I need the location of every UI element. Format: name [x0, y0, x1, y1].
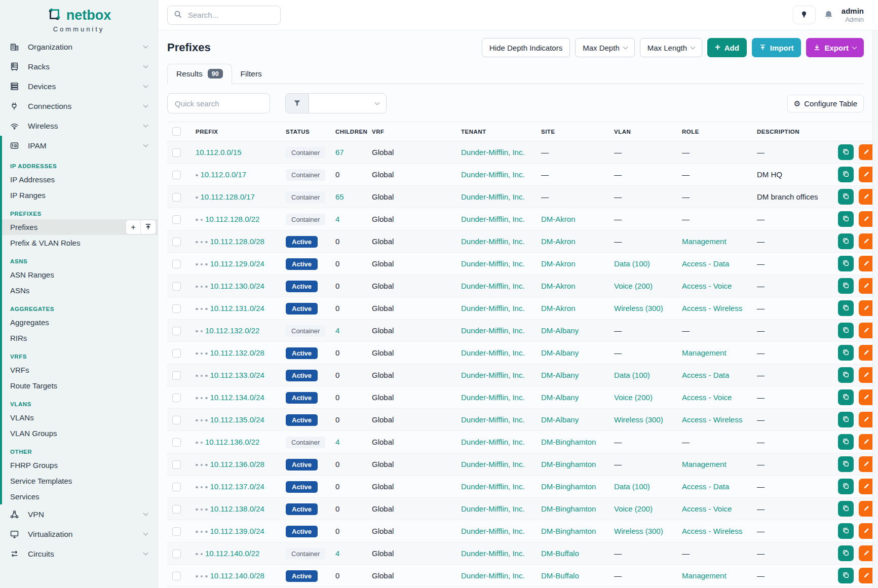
row-checkbox[interactable]: [172, 550, 181, 558]
role-link[interactable]: Access - Data: [682, 482, 729, 491]
sidebar-item-vpn[interactable]: VPN: [0, 504, 158, 524]
import-button[interactable]: Import: [752, 38, 801, 57]
tenant-link[interactable]: Dunder-Mifflin, Inc.: [461, 415, 525, 424]
site-link[interactable]: DM-Buffalo: [541, 571, 579, 580]
prefix-link[interactable]: 10.112.138.0/24: [210, 504, 264, 513]
site-link[interactable]: DM-Binghamton: [541, 438, 596, 446]
row-checkbox[interactable]: [172, 572, 181, 580]
children-count-link[interactable]: 4: [335, 326, 339, 335]
clone-button[interactable]: [838, 144, 854, 160]
select-all-checkbox[interactable]: [172, 127, 181, 136]
sidebar-item-vlan-groups[interactable]: VLAN Groups: [2, 425, 158, 441]
tenant-link[interactable]: Dunder-Mifflin, Inc.: [461, 192, 525, 201]
column-header-role[interactable]: ROLE: [677, 122, 752, 141]
column-header-vrf[interactable]: VRF: [367, 122, 456, 141]
sidebar-item-organization[interactable]: Organization: [0, 37, 158, 57]
import-prefix-mini-button[interactable]: [141, 220, 156, 234]
clone-button[interactable]: [838, 256, 854, 271]
clone-button[interactable]: [838, 501, 854, 517]
tenant-link[interactable]: Dunder-Mifflin, Inc.: [461, 549, 525, 558]
tenant-link[interactable]: Dunder-Mifflin, Inc.: [461, 371, 525, 379]
tenant-link[interactable]: Dunder-Mifflin, Inc.: [461, 438, 525, 446]
sidebar-item-asns[interactable]: ASNs: [2, 283, 158, 298]
role-link[interactable]: Management: [682, 348, 727, 357]
clone-button[interactable]: [838, 167, 854, 182]
site-link[interactable]: DM-Buffalo: [541, 549, 579, 558]
sidebar-item-prefix-vlan-roles[interactable]: Prefix & VLAN Roles: [2, 235, 158, 251]
clone-button[interactable]: [838, 211, 854, 227]
row-checkbox[interactable]: [172, 505, 181, 514]
site-link[interactable]: DM-Albany: [541, 371, 579, 379]
site-link[interactable]: DM-Albany: [541, 348, 579, 357]
row-checkbox[interactable]: [172, 349, 181, 358]
tab-filters[interactable]: Filters: [232, 64, 271, 84]
row-checkbox[interactable]: [172, 215, 181, 224]
site-link[interactable]: DM-Binghamton: [541, 527, 596, 535]
row-checkbox[interactable]: [172, 460, 181, 469]
clone-button[interactable]: [838, 456, 854, 472]
quick-search-input[interactable]: [167, 93, 270, 113]
prefix-link[interactable]: 10.112.130.0/24: [210, 282, 264, 290]
hide-depth-indicators-button[interactable]: Hide Depth Indicators: [482, 38, 570, 57]
tenant-link[interactable]: Dunder-Mifflin, Inc.: [461, 504, 525, 513]
sidebar-item-ip-addresses[interactable]: IP Addresses: [2, 172, 158, 187]
tenant-link[interactable]: Dunder-Mifflin, Inc.: [461, 482, 525, 491]
sidebar-item-vrfs[interactable]: VRFs: [2, 362, 158, 378]
sidebar-item-racks[interactable]: Racks: [0, 57, 158, 76]
sidebar-item-aggregates[interactable]: Aggregates: [2, 315, 158, 330]
role-link[interactable]: Access - Wireless: [682, 527, 742, 535]
site-link[interactable]: DM-Akron: [541, 215, 576, 223]
column-header-status[interactable]: STATUS: [281, 122, 330, 141]
sidebar-item-ipam[interactable]: IPAM: [2, 136, 158, 155]
site-link[interactable]: DM-Akron: [541, 304, 576, 312]
prefix-link[interactable]: 10.112.132.0/22: [205, 326, 259, 335]
vlan-link[interactable]: Wireless (300): [614, 415, 663, 424]
clone-button[interactable]: [838, 545, 854, 561]
prefix-link[interactable]: 10.112.128.0/28: [210, 237, 264, 246]
tenant-link[interactable]: Dunder-Mifflin, Inc.: [461, 527, 525, 535]
prefix-link[interactable]: 10.112.136.0/22: [205, 438, 259, 446]
configure-table-button[interactable]: ⚙ Configure Table: [787, 95, 864, 112]
prefix-link[interactable]: 10.112.129.0/24: [210, 259, 264, 268]
global-search[interactable]: [167, 6, 281, 25]
vlan-link[interactable]: Data (100): [614, 259, 650, 268]
children-count-link[interactable]: 4: [335, 215, 339, 223]
tenant-link[interactable]: Dunder-Mifflin, Inc.: [461, 326, 525, 335]
clone-button[interactable]: [838, 278, 854, 294]
row-checkbox[interactable]: [172, 260, 181, 268]
tenant-link[interactable]: Dunder-Mifflin, Inc.: [461, 282, 525, 290]
role-link[interactable]: Access - Wireless: [682, 304, 742, 312]
sidebar-item-virtualization[interactable]: Virtualization: [0, 524, 158, 544]
sidebar-item-rirs[interactable]: RIRs: [2, 330, 158, 346]
sidebar-item-prefixes[interactable]: Prefixes +: [2, 219, 158, 235]
row-checkbox[interactable]: [172, 371, 181, 380]
clone-button[interactable]: [838, 412, 854, 427]
prefix-link[interactable]: 10.112.128.0/22: [205, 215, 259, 223]
prefix-link[interactable]: 10.112.135.0/24: [210, 415, 264, 424]
clone-button[interactable]: [838, 568, 854, 583]
prefix-link[interactable]: 10.112.128.0/17: [201, 192, 255, 201]
children-count-link[interactable]: 4: [335, 549, 339, 558]
search-input[interactable]: [187, 10, 274, 20]
tenant-link[interactable]: Dunder-Mifflin, Inc.: [461, 304, 525, 312]
clone-button[interactable]: [838, 479, 854, 494]
sidebar-item-connections[interactable]: Connections: [0, 96, 158, 116]
theme-toggle-button[interactable]: [793, 6, 816, 24]
scrollbar-track[interactable]: [872, 30, 878, 588]
clone-button[interactable]: [838, 189, 854, 205]
column-header-children[interactable]: CHILDREN: [330, 122, 367, 141]
vlan-link[interactable]: Wireless (300): [614, 304, 663, 312]
tenant-link[interactable]: Dunder-Mifflin, Inc.: [461, 215, 525, 223]
tenant-link[interactable]: Dunder-Mifflin, Inc.: [461, 571, 525, 580]
row-checkbox[interactable]: [172, 394, 181, 402]
clone-button[interactable]: [838, 345, 854, 361]
tenant-link[interactable]: Dunder-Mifflin, Inc.: [461, 148, 525, 156]
site-link[interactable]: DM-Binghamton: [541, 482, 596, 491]
row-checkbox[interactable]: [172, 193, 181, 202]
prefix-link[interactable]: 10.112.140.0/28: [210, 571, 264, 580]
clone-button[interactable]: [838, 233, 854, 249]
clone-button[interactable]: [838, 367, 854, 383]
max-length-dropdown[interactable]: Max Length: [640, 38, 702, 57]
site-link[interactable]: DM-Akron: [541, 259, 576, 268]
vlan-link[interactable]: Data (100): [614, 482, 650, 491]
